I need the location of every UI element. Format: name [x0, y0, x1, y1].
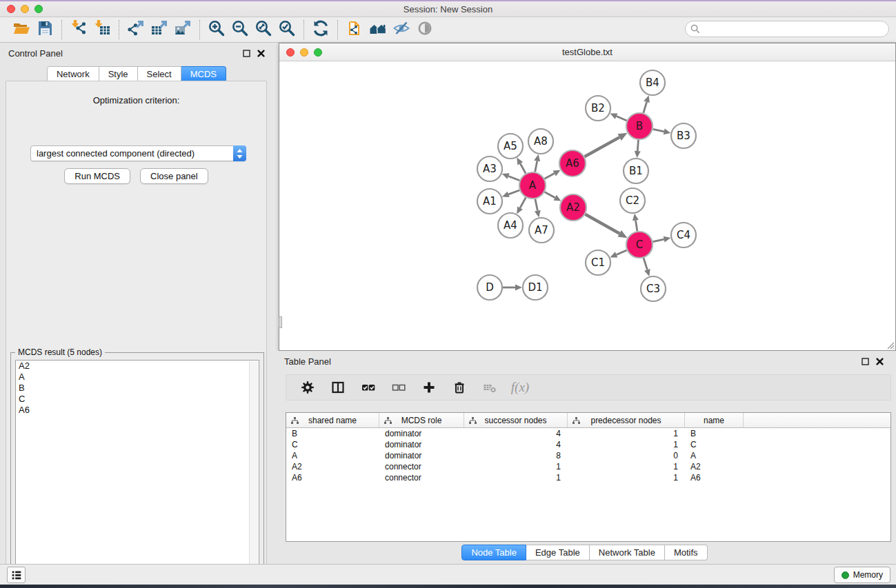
- graph-node-C2[interactable]: C2: [620, 188, 645, 213]
- delete-column-button[interactable]: [448, 377, 471, 398]
- table-row[interactable]: Bdominator41B: [286, 428, 890, 439]
- graph-edge-B-B4[interactable]: [644, 102, 647, 113]
- column-header-predecessor-nodes[interactable]: predecessor nodes: [568, 413, 685, 427]
- graph-node-D[interactable]: D: [477, 275, 502, 300]
- graph-edge-A-A5[interactable]: [520, 163, 526, 173]
- deselect-all-button[interactable]: [387, 377, 410, 398]
- zoom-out-button[interactable]: [228, 19, 252, 40]
- graph-edge-C-C4[interactable]: [653, 239, 664, 242]
- run-mcds-button[interactable]: Run MCDS: [64, 168, 130, 184]
- mcds-result-item[interactable]: B: [16, 383, 259, 394]
- mcds-result-item[interactable]: A6: [16, 405, 259, 416]
- select-all-button[interactable]: [357, 377, 380, 398]
- zoom-in-button[interactable]: [205, 19, 228, 40]
- graph-node-B1[interactable]: B1: [624, 159, 648, 183]
- open-file-button[interactable]: [10, 19, 33, 40]
- column-header-name[interactable]: name: [685, 413, 744, 427]
- graph-edge-A-A8[interactable]: [535, 161, 537, 172]
- graph-node-C1[interactable]: C1: [586, 250, 610, 275]
- graph-edge-A-A7[interactable]: [535, 199, 537, 211]
- edge-arrowhead: [644, 269, 650, 276]
- save-session-button[interactable]: [33, 19, 57, 40]
- graph-node-D1[interactable]: D1: [523, 275, 548, 300]
- result-list-scrollbar[interactable]: [249, 361, 258, 583]
- column-header-MCDS-role[interactable]: MCDS role: [379, 413, 464, 427]
- float-panel-icon[interactable]: [243, 50, 250, 57]
- mcds-result-item[interactable]: A: [16, 372, 259, 383]
- float-table-panel-icon[interactable]: [862, 358, 869, 365]
- mcds-result-item[interactable]: C: [16, 394, 259, 405]
- graph-edge-A6-B[interactable]: [585, 137, 620, 156]
- export-image-button[interactable]: [171, 19, 195, 40]
- import-table-button[interactable]: [90, 19, 114, 40]
- graph-node-C[interactable]: C: [626, 232, 653, 258]
- optimization-criterion-select[interactable]: largest connected component (directed): [30, 145, 246, 161]
- tab-select[interactable]: Select: [138, 66, 181, 82]
- column-visibility-button[interactable]: [326, 377, 350, 398]
- table-row[interactable]: A2connector11A2: [286, 461, 890, 472]
- graph-node-A[interactable]: A: [519, 172, 546, 199]
- graph-node-A3[interactable]: A3: [477, 156, 502, 181]
- resize-grip-icon[interactable]: [885, 340, 895, 349]
- graph-edge-A2-C[interactable]: [585, 214, 619, 234]
- graph-edge-C-C2[interactable]: [636, 221, 637, 232]
- graph-edge-C-C1[interactable]: [617, 250, 627, 255]
- graph-edge-C-C3[interactable]: [644, 258, 647, 270]
- graph-edge-A-A3[interactable]: [508, 176, 519, 181]
- clone-network-button[interactable]: [343, 19, 366, 40]
- graph-node-A6[interactable]: A6: [559, 150, 586, 176]
- import-network-button[interactable]: [67, 19, 90, 40]
- graph-edge-B-B3[interactable]: [653, 129, 664, 132]
- node-label: C: [636, 239, 643, 251]
- graph-edge-A-A2[interactable]: [545, 192, 555, 198]
- graph-node-B3[interactable]: B3: [671, 123, 696, 148]
- tab-network[interactable]: Network: [47, 66, 99, 82]
- create-column-button[interactable]: [417, 377, 441, 398]
- tab-motifs[interactable]: Motifs: [665, 545, 708, 560]
- apply-layout-button[interactable]: [309, 19, 332, 40]
- hide-details-button[interactable]: [390, 19, 413, 40]
- tab-edge-table[interactable]: Edge Table: [526, 545, 590, 560]
- graph-node-A4[interactable]: A4: [498, 213, 523, 238]
- column-header-shared-name[interactable]: shared name: [286, 413, 379, 427]
- tab-style[interactable]: Style: [99, 66, 138, 82]
- graph-node-C3[interactable]: C3: [641, 276, 666, 301]
- graph-edge-A-A6[interactable]: [545, 174, 555, 179]
- memory-button[interactable]: Memory: [834, 567, 890, 583]
- close-table-panel-icon[interactable]: [876, 358, 884, 365]
- graph-edge-A-A1[interactable]: [508, 190, 519, 194]
- graph-node-A1[interactable]: A1: [477, 189, 502, 214]
- search-input[interactable]: [685, 21, 889, 37]
- birds-eye-button[interactable]: [413, 19, 437, 40]
- table-row[interactable]: Cdominator41C: [286, 439, 890, 450]
- table-settings-button[interactable]: [296, 377, 319, 398]
- graph-node-B[interactable]: B: [626, 113, 653, 139]
- table-row[interactable]: Adominator80A: [286, 450, 890, 461]
- tab-node-table[interactable]: Node Table: [461, 545, 526, 560]
- tab-network-table[interactable]: Network Table: [590, 545, 665, 560]
- close-panel-button[interactable]: Close panel: [140, 168, 208, 184]
- task-history-button[interactable]: [7, 567, 26, 583]
- graph-node-A2[interactable]: A2: [560, 194, 586, 221]
- graph-node-C4[interactable]: C4: [671, 223, 696, 247]
- graph-node-A5[interactable]: A5: [498, 134, 523, 159]
- graph-edge-A-A4[interactable]: [520, 198, 526, 208]
- panel-divider-grip[interactable]: [279, 316, 282, 328]
- close-panel-icon[interactable]: [257, 50, 265, 57]
- export-table-button[interactable]: [148, 19, 171, 40]
- graph-edge-B-B1[interactable]: [637, 140, 638, 151]
- table-row[interactable]: A6connector11A6: [286, 472, 890, 483]
- graph-node-A7[interactable]: A7: [529, 218, 554, 243]
- zoom-selected-button[interactable]: [275, 19, 299, 40]
- column-header-successor-nodes[interactable]: successor nodes: [464, 413, 568, 427]
- zoom-fit-button[interactable]: [252, 19, 275, 40]
- tab-mcds[interactable]: MCDS: [181, 66, 226, 82]
- network-canvas[interactable]: B4B2BB3A8A5A6A3B1AA1C2A2A4A7C4CC1C3DD1: [279, 61, 895, 350]
- mcds-result-item[interactable]: A2: [16, 361, 259, 372]
- graph-node-B4[interactable]: B4: [640, 70, 665, 95]
- graph-node-B2[interactable]: B2: [586, 96, 610, 121]
- graph-edge-B-B2[interactable]: [617, 116, 627, 121]
- graph-node-A8[interactable]: A8: [528, 129, 553, 154]
- export-network-button[interactable]: [124, 19, 148, 40]
- home-neighbors-button[interactable]: [366, 19, 390, 40]
